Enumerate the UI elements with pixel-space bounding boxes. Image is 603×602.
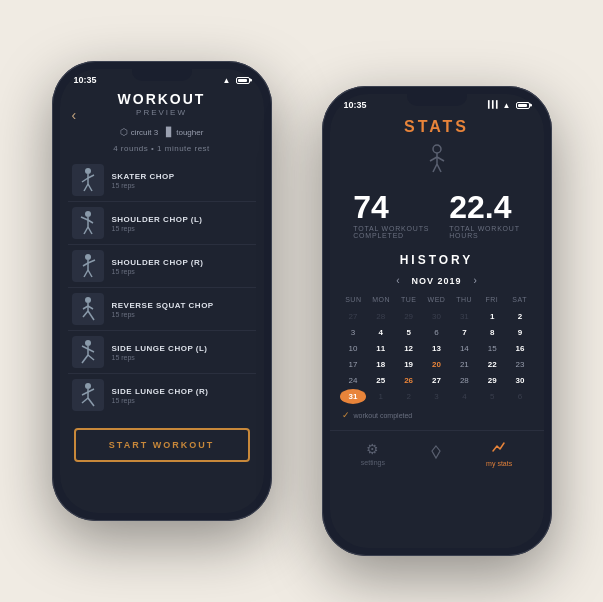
- cal-cell[interactable]: 7: [451, 325, 478, 340]
- nav-settings-label: settings: [361, 459, 385, 466]
- cal-cell[interactable]: 18: [367, 357, 394, 372]
- cal-cell[interactable]: 21: [451, 357, 478, 372]
- phones-container: 10:35 ▲ ‹ WORKOUT PREVIEW ⬡ circuit 3: [42, 31, 562, 571]
- cal-cell[interactable]: 12: [395, 341, 422, 356]
- battery-icon: [516, 102, 530, 109]
- next-month-button[interactable]: ›: [474, 275, 477, 286]
- my-stats-icon: [491, 439, 507, 458]
- cal-cell[interactable]: 17: [340, 357, 367, 372]
- svg-point-24: [85, 340, 91, 346]
- cal-cell[interactable]: 6: [507, 389, 534, 404]
- day-header-sat: SAT: [506, 294, 534, 305]
- cal-cell[interactable]: 27: [423, 373, 450, 388]
- total-workouts-stat: 74 TOTAL WORKOUTSCOMPLETED: [353, 191, 429, 239]
- exercise-info: SHOULDER CHOP (L) 15 reps: [112, 215, 203, 232]
- calendar: SUN MON TUE WED THU FRI SAT 27 28 29 30: [340, 294, 534, 404]
- svg-point-0: [85, 168, 91, 174]
- cal-cell[interactable]: 5: [395, 325, 422, 340]
- cal-cell[interactable]: 23: [507, 357, 534, 372]
- cal-cell[interactable]: 9: [507, 325, 534, 340]
- total-hours-value: 22.4: [449, 191, 520, 223]
- svg-line-39: [437, 157, 444, 161]
- cal-cell[interactable]: 11: [367, 341, 394, 356]
- cal-cell[interactable]: 28: [451, 373, 478, 388]
- cal-cell[interactable]: 19: [395, 357, 422, 372]
- exercise-thumb: [72, 336, 104, 368]
- exercise-thumb: [72, 207, 104, 239]
- list-item: SIDE LUNGE CHOP (R) 15 reps: [68, 374, 256, 416]
- nav-my-stats[interactable]: my stats: [486, 439, 512, 467]
- day-header-wed: WED: [423, 294, 451, 305]
- exercise-reps: 15 reps: [112, 354, 208, 361]
- cal-cell[interactable]: 4: [367, 325, 394, 340]
- svg-line-2: [82, 178, 88, 182]
- difficulty-icon: ▊: [166, 127, 173, 137]
- day-header-sun: SUN: [340, 294, 368, 305]
- total-hours-label: TOTAL WORKOUTHOURS: [449, 225, 520, 239]
- exercise-name: REVERSE SQUAT CHOP: [112, 301, 214, 310]
- cal-cell[interactable]: 3: [423, 389, 450, 404]
- exercise-reps: 15 reps: [112, 182, 175, 189]
- svg-point-6: [85, 211, 91, 217]
- cal-cell[interactable]: 22: [479, 357, 506, 372]
- exercise-info: SKATER CHOP 15 reps: [112, 172, 175, 189]
- start-workout-button[interactable]: START WORKOUT: [74, 428, 250, 462]
- svg-point-18: [85, 297, 91, 303]
- total-hours-stat: 22.4 TOTAL WORKOUTHOURS: [449, 191, 520, 239]
- cal-cell[interactable]: 15: [479, 341, 506, 356]
- cal-cell[interactable]: 1: [479, 309, 506, 324]
- svg-point-36: [433, 145, 441, 153]
- cal-cell[interactable]: 27: [340, 309, 367, 324]
- cal-cell[interactable]: 13: [423, 341, 450, 356]
- cal-cell[interactable]: 10: [340, 341, 367, 356]
- svg-line-32: [88, 389, 94, 392]
- cal-cell[interactable]: 5: [479, 389, 506, 404]
- cal-cell[interactable]: 14: [451, 341, 478, 356]
- cal-cell[interactable]: 16: [507, 341, 534, 356]
- cal-cell[interactable]: 1: [367, 389, 394, 404]
- cal-cell[interactable]: 24: [340, 373, 367, 388]
- cal-cell[interactable]: 30: [507, 373, 534, 388]
- workout-completed-text: workout completed: [354, 412, 413, 419]
- svg-point-30: [85, 383, 91, 389]
- nav-settings[interactable]: ⚙ settings: [361, 441, 385, 466]
- cal-cell[interactable]: 31: [451, 309, 478, 324]
- right-notch: [407, 94, 467, 106]
- exercise-reps: 15 reps: [112, 311, 214, 318]
- svg-line-8: [81, 217, 88, 220]
- cal-cell[interactable]: 30: [423, 309, 450, 324]
- cal-cell[interactable]: 26: [395, 373, 422, 388]
- svg-line-38: [430, 157, 437, 161]
- cal-cell[interactable]: 25: [367, 373, 394, 388]
- exercise-info: SIDE LUNGE CHOP (R) 15 reps: [112, 387, 209, 404]
- prev-month-button[interactable]: ‹: [396, 275, 399, 286]
- cal-cell[interactable]: 29: [479, 373, 506, 388]
- cal-cell[interactable]: 28: [367, 309, 394, 324]
- list-item: SKATER CHOP 15 reps: [68, 159, 256, 202]
- cal-cell-today[interactable]: 31: [340, 389, 367, 404]
- cal-cell[interactable]: 29: [395, 309, 422, 324]
- person-icon: [330, 144, 544, 179]
- back-button[interactable]: ‹: [72, 107, 77, 123]
- cal-cell[interactable]: 20: [423, 357, 450, 372]
- workout-title: WORKOUT: [70, 91, 254, 107]
- cal-cell[interactable]: 3: [340, 325, 367, 340]
- cal-cell[interactable]: 6: [423, 325, 450, 340]
- tag-difficulty-label: tougher: [176, 128, 203, 137]
- cal-cell[interactable]: 8: [479, 325, 506, 340]
- bottom-nav: ⚙ settings my stats: [330, 430, 544, 473]
- cal-cell[interactable]: 2: [395, 389, 422, 404]
- svg-line-14: [88, 260, 95, 263]
- svg-line-40: [433, 164, 437, 172]
- workout-tags: ⬡ circuit 3 ▊ tougher: [60, 123, 264, 141]
- cal-cell[interactable]: 4: [451, 389, 478, 404]
- cal-cell[interactable]: 2: [507, 309, 534, 324]
- exercise-name: SKATER CHOP: [112, 172, 175, 181]
- svg-line-17: [88, 270, 92, 277]
- tag-difficulty: ▊ tougher: [166, 127, 203, 137]
- right-status-icons: ▎▎▎ ▲: [488, 101, 530, 110]
- workout-subtitle: PREVIEW: [70, 108, 254, 117]
- nav-workout[interactable]: [428, 444, 444, 463]
- svg-line-33: [82, 392, 88, 395]
- history-title: HISTORY: [340, 253, 534, 267]
